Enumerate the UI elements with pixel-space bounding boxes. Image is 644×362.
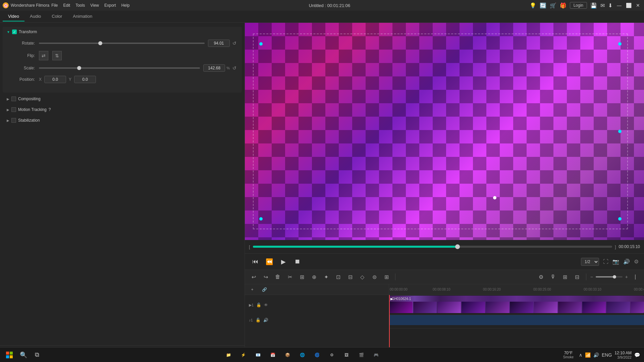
menu-edit[interactable]: Edit [63,3,70,8]
play-button[interactable]: ▶ [278,257,288,267]
audio-clip[interactable] [389,315,644,325]
dropbox-app[interactable]: 📦 [281,348,294,362]
add-track-button[interactable]: | [631,272,640,282]
notifications-icon[interactable]: 💬 [634,352,640,358]
audio-track-content[interactable] [389,315,644,328]
marker-button[interactable]: ◇ [358,272,367,282]
zoom-slider[interactable] [596,276,623,278]
rotate-value[interactable] [208,40,230,47]
stop-button[interactable]: ⏹ [292,257,303,267]
corner-handle-topleft[interactable] [259,42,263,46]
redo-button[interactable]: ↪ [261,272,270,282]
settings-app[interactable]: ⚙ [325,348,338,362]
lang-indicator[interactable]: ENG [602,352,612,358]
motion-tracking-header[interactable]: ▶ Motion Tracking ? [3,105,242,115]
fit-button[interactable]: ⊟ [345,272,355,282]
motion-tracking-checkbox[interactable] [11,107,16,112]
audio-icon[interactable]: 🎙 [548,272,558,282]
stabilization-header[interactable]: ▶ Stabilization [3,115,242,125]
timeline-ruler[interactable]: 00:00:00:00 00:00:08:10 00:00:16:20 00:0… [389,284,644,295]
more-button[interactable]: ⊞ [382,272,391,282]
save-icon[interactable]: 💾 [590,2,597,9]
settings2-icon[interactable]: ⚙ [536,272,546,282]
transition-button[interactable]: ⊡ [333,272,343,282]
network-icon[interactable]: 📶 [585,352,591,358]
chrome-app[interactable]: 🌐 [296,348,309,362]
frame-back-button[interactable]: ⏪ [264,257,274,267]
calendar-app[interactable]: 📅 [266,348,279,362]
align-button[interactable]: ⊜ [370,272,379,282]
download-icon[interactable]: ⬇ [608,2,612,9]
scale-value[interactable] [203,64,225,72]
menu-export[interactable]: Export [104,3,116,8]
rotate-slider[interactable] [39,43,205,44]
add-audio-track-button[interactable]: 🔗 [260,285,269,294]
video-track-lock-icon[interactable]: 🔓 [256,303,261,307]
compositing-header[interactable]: ▶ Compositing [3,94,242,104]
video-clip[interactable]: ▶ GH010624-1 [389,296,644,313]
filmora-app[interactable]: 🎬 [355,348,368,362]
tab-video[interactable]: Video [3,12,24,21]
corner-handle-bottomright[interactable] [618,217,622,221]
scale-reset-icon[interactable]: ↺ [232,65,236,71]
zoom-in-button[interactable]: ⊕ [309,272,319,282]
zoom-plus-icon[interactable]: + [625,274,628,280]
mail-app[interactable]: 📧 [251,348,265,362]
corner-handle-bottomleft[interactable] [259,217,263,221]
settings-icon[interactable]: ⚙ [634,258,639,265]
volume-sys-icon[interactable]: 🔊 [593,352,599,358]
system-clock[interactable]: 12:10 AM 3/9/2022 [614,351,632,359]
progress-track[interactable] [253,246,612,248]
volume-icon[interactable]: 🔊 [623,258,630,265]
transform-header[interactable]: ▼ ✓ Transform [3,27,242,37]
rotate-reset-icon[interactable]: ↺ [232,41,236,46]
zoom-minus-icon[interactable]: − [590,274,593,280]
chevron-up-icon[interactable]: ∧ [579,352,582,358]
cut-button[interactable]: ✂ [285,272,294,282]
audio-track-lock-icon[interactable]: 🔓 [256,318,261,322]
pos-x-input[interactable] [44,76,66,83]
start-button[interactable] [3,348,16,362]
split-icon[interactable]: ⊟ [573,272,582,282]
explorer-app[interactable]: 📁 [222,348,235,362]
tab-audio[interactable]: Audio [24,12,46,21]
mail-icon[interactable]: ✉ [600,2,605,9]
update-icon[interactable]: 🔄 [540,2,546,9]
quality-select[interactable]: 1/2 Full 1/4 [581,258,599,266]
corner-handle-topright[interactable] [618,42,622,46]
taskview-button[interactable]: ⧉ [31,349,43,361]
menu-help[interactable]: Help [121,3,130,8]
menu-tools[interactable]: Tools [75,3,85,8]
mixer-icon[interactable]: ⊞ [560,272,570,282]
login-button[interactable]: Login [570,2,587,9]
cart-icon[interactable]: 🛒 [550,2,556,9]
minimize-button[interactable]: — [616,3,623,8]
close-button[interactable]: ✕ [635,3,641,8]
flip-horizontal-button[interactable]: ⇄ [39,51,48,60]
bracket-right-icon[interactable]: ] [615,244,616,249]
delete-button[interactable]: 🗑 [273,272,282,282]
fullscreen-icon[interactable]: ⛶ [603,259,608,265]
compositing-checkbox[interactable] [11,97,16,101]
menu-view[interactable]: View [90,3,99,8]
pos-y-input[interactable] [74,76,96,83]
photos-app[interactable]: 🖼 [340,348,353,362]
motion-tracking-help-icon[interactable]: ? [49,107,51,112]
scale-slider[interactable] [39,67,200,69]
video-track-content[interactable]: ▶ GH010624-1 [389,295,644,315]
maximize-button[interactable]: ⬜ [625,3,632,8]
edge2-app[interactable]: 🌀 [310,348,324,362]
weather-widget[interactable]: 70°F Smoke [563,351,574,359]
menu-file[interactable]: File [51,3,58,8]
bracket-left-icon[interactable]: [ [249,244,250,249]
corner-handle-midright[interactable] [618,130,622,133]
stabilization-checkbox[interactable] [11,118,16,123]
edge-app[interactable]: ⚡ [236,348,250,362]
flip-vertical-button[interactable]: ⇅ [52,51,62,60]
gamepass-app[interactable]: 🎮 [369,348,383,362]
tab-animation[interactable]: Animation [67,12,98,21]
transform-checkbox[interactable]: ✓ [12,29,17,34]
snapshot-icon[interactable]: 📷 [612,258,619,265]
video-track-visibility-icon[interactable]: 👁 [264,303,268,307]
search-taskbar-button[interactable]: 🔍 [17,349,30,361]
